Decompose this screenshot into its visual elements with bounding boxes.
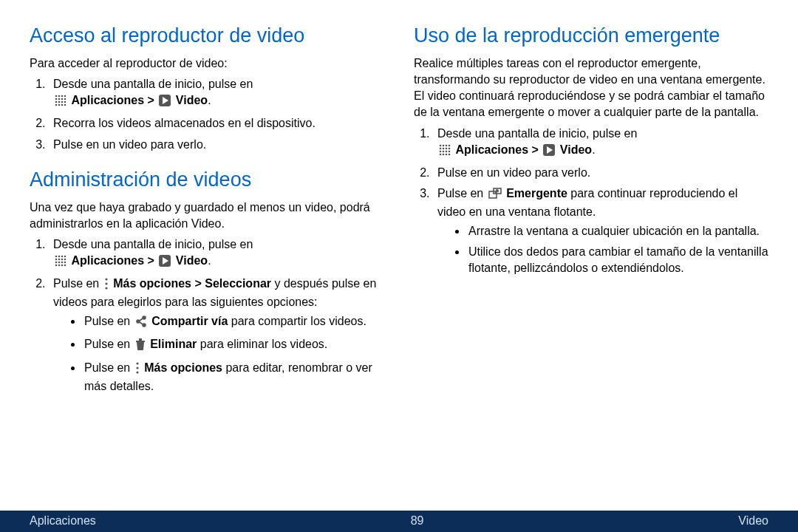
- more-options-icon: [104, 278, 109, 294]
- svg-point-63: [446, 153, 448, 155]
- separator: >: [528, 143, 542, 156]
- intro-admin: Una vez que haya grabado y guardado el m…: [30, 200, 384, 232]
- svg-point-39: [143, 316, 146, 319]
- step-2: Pulse en un video para verlo.: [433, 165, 768, 181]
- svg-point-1: [58, 95, 61, 98]
- footer-right: Video: [738, 514, 768, 528]
- video-play-icon: [543, 144, 555, 160]
- svg-point-23: [58, 259, 61, 261]
- svg-point-14: [61, 104, 64, 106]
- svg-point-55: [446, 147, 448, 149]
- svg-point-21: [64, 256, 66, 258]
- label-aplicaciones: Aplicaciones: [71, 94, 144, 106]
- steps-acceso: Desde una pantalla de inicio, pulse en A…: [30, 76, 384, 152]
- text: Pulse en: [84, 338, 134, 350]
- text: Desde una pantalla de inicio, pulse en: [53, 78, 253, 90]
- svg-point-38: [105, 287, 107, 290]
- label-eliminar: Eliminar: [150, 338, 197, 350]
- intro-emergente: Realice múltiples tareas con el reproduc…: [414, 55, 768, 120]
- svg-point-60: [449, 150, 451, 152]
- svg-point-19: [58, 256, 61, 258]
- apps-grid-icon: [55, 255, 66, 271]
- text: Desde una pantalla de inicio, pulse en: [437, 127, 637, 140]
- label-mas-opciones-seleccionar: Más opciones > Seleccionar: [113, 277, 271, 290]
- svg-point-30: [55, 265, 58, 267]
- step-3: Pulse en un video para verlo.: [49, 137, 384, 153]
- step-1: Desde una pantalla de inicio, pulse en A…: [433, 126, 768, 160]
- svg-point-26: [55, 262, 58, 264]
- svg-point-47: [136, 366, 138, 369]
- svg-point-61: [440, 153, 442, 155]
- text: Pulse en: [84, 361, 134, 374]
- svg-point-48: [136, 371, 138, 373]
- svg-point-11: [64, 101, 66, 103]
- svg-point-5: [58, 98, 61, 100]
- svg-point-6: [61, 98, 64, 100]
- svg-point-12: [55, 104, 58, 106]
- svg-point-58: [443, 150, 445, 152]
- page-footer: Aplicaciones 89 Video: [0, 511, 798, 532]
- svg-rect-45: [139, 338, 142, 341]
- intro-acceso: Para acceder al reproductor de video:: [30, 55, 384, 72]
- svg-point-62: [443, 153, 445, 155]
- bullet-eliminar: Pulse en Eliminar para eliminar los vide…: [83, 336, 384, 355]
- separator: >: [144, 94, 157, 106]
- svg-point-29: [64, 262, 66, 264]
- svg-point-40: [137, 320, 140, 323]
- svg-point-64: [449, 153, 451, 155]
- svg-point-51: [446, 144, 448, 146]
- text: para eliminar los videos.: [197, 338, 327, 350]
- apps-grid-icon: [55, 95, 66, 111]
- heading-admin: Administración de videos: [30, 166, 384, 194]
- sub-bullets: Arrastre la ventana a cualquier ubicació…: [437, 223, 768, 276]
- footer-left: Aplicaciones: [30, 514, 96, 528]
- text: Pulse en: [437, 187, 487, 200]
- footer-page-number: 89: [96, 514, 739, 528]
- share-icon: [135, 316, 147, 332]
- video-play-icon: [159, 95, 171, 111]
- svg-point-33: [64, 265, 66, 267]
- right-column: Uso de la reproducción emergente Realice…: [414, 22, 768, 503]
- svg-point-46: [136, 362, 138, 364]
- steps-admin: Desde una pantalla de inicio, pulse en A…: [30, 236, 384, 395]
- apps-grid-icon: [439, 144, 451, 160]
- svg-point-10: [61, 101, 64, 103]
- svg-line-43: [140, 322, 143, 324]
- heading-acceso: Acceso al reproductor de video: [30, 22, 384, 50]
- svg-point-2: [61, 95, 64, 98]
- steps-emergente: Desde una pantalla de inicio, pulse en A…: [414, 126, 768, 277]
- svg-point-22: [55, 259, 58, 261]
- svg-point-54: [443, 147, 445, 149]
- bullet-pinch: Utilice dos dedos para cambiar el tamaño…: [467, 244, 768, 276]
- label-emergente: Emergente: [506, 187, 567, 200]
- svg-point-52: [449, 144, 451, 146]
- bullet-mas-opciones: Pulse en Más opciones para editar, renom…: [83, 360, 384, 395]
- svg-point-7: [64, 98, 66, 100]
- step-1: Desde una pantalla de inicio, pulse en A…: [49, 76, 384, 111]
- svg-point-15: [64, 104, 66, 106]
- svg-point-27: [58, 262, 61, 264]
- label-aplicaciones: Aplicaciones: [71, 254, 144, 267]
- svg-point-36: [105, 279, 107, 281]
- trash-icon: [135, 338, 146, 355]
- separator: >: [144, 254, 157, 267]
- svg-point-56: [449, 147, 451, 149]
- label-video: Video: [176, 254, 208, 267]
- svg-point-50: [443, 144, 445, 146]
- svg-point-8: [55, 101, 58, 103]
- label-aplicaciones: Aplicaciones: [455, 143, 528, 156]
- step-3: Pulse en Emergente para continuar reprod…: [433, 185, 768, 276]
- svg-point-59: [446, 150, 448, 152]
- step-2: Recorra los videos almacenados en el dis…: [49, 115, 384, 132]
- left-column: Acceso al reproductor de video Para acce…: [30, 22, 384, 503]
- label-video: Video: [560, 143, 592, 156]
- svg-point-28: [61, 262, 64, 264]
- svg-point-37: [105, 283, 107, 285]
- video-play-icon: [159, 255, 171, 271]
- svg-point-3: [64, 95, 66, 98]
- svg-point-25: [64, 259, 66, 261]
- svg-point-18: [55, 256, 58, 258]
- svg-rect-44: [136, 341, 145, 342]
- page-content: Acceso al reproductor de video Para acce…: [0, 0, 798, 511]
- sub-bullets: Pulse en Compartir vía para compartir lo…: [53, 313, 384, 394]
